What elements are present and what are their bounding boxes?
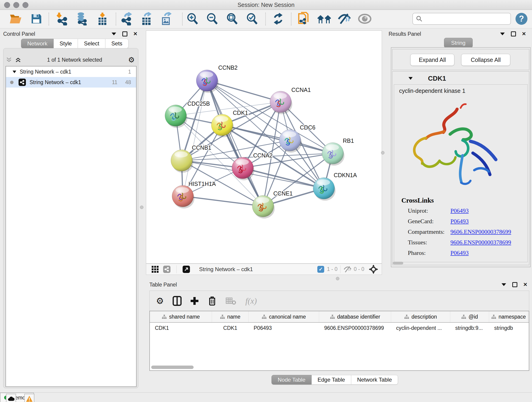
network-edge-ccnb2-ccne1[interactable] (207, 81, 263, 206)
tab-select[interactable]: Select (78, 39, 105, 48)
table-panel-title: Table Panel (149, 282, 177, 288)
tab-style[interactable]: Style (54, 39, 78, 48)
collection-expand-icon[interactable] (12, 70, 17, 73)
save-session-icon[interactable] (29, 12, 43, 26)
column-header-@id[interactable]: @id (450, 311, 489, 322)
network-edge-cdk1-rb1[interactable] (222, 125, 333, 153)
column-header-description[interactable]: description (391, 311, 450, 322)
crosslink-label: GeneCard: (408, 218, 434, 225)
title-bar: Session: New Session (0, 0, 532, 10)
network-node-cdkn1a[interactable]: CDKN1A (313, 172, 357, 201)
export-table-icon[interactable] (139, 12, 154, 26)
collapse-all-icon[interactable] (6, 57, 12, 62)
float-panel-icon[interactable] (111, 32, 116, 36)
crosslink-row: Pharos:P06493 (408, 249, 525, 260)
help-icon[interactable]: ? (514, 12, 529, 26)
table-row[interactable]: CDK1CDK1P064939606.ENSP00000378699cyclin… (150, 323, 529, 333)
crosslink-link[interactable]: 9606.ENSP00000378699 (450, 229, 511, 235)
column-header-canonical-name[interactable]: canonical name (249, 311, 319, 322)
maximize-panel-icon[interactable] (122, 32, 127, 36)
search-input[interactable] (423, 16, 508, 22)
graphics-details-icon[interactable] (358, 12, 372, 26)
refresh-icon[interactable] (271, 12, 285, 26)
tab-string[interactable]: String (444, 38, 473, 48)
table-options-gear-icon[interactable]: ⚙ (156, 297, 164, 305)
horizontal-splitter-handle[interactable] (336, 277, 339, 280)
first-neighbors-icon[interactable] (317, 12, 331, 26)
zoom-fit-icon[interactable] (225, 12, 239, 26)
export-image-icon[interactable] (159, 12, 173, 26)
network-node-cdc6[interactable]: CDC6 (279, 124, 316, 153)
import-table-file-icon[interactable] (95, 12, 109, 26)
gene-section-header[interactable]: CDK1 (392, 73, 529, 84)
crosslink-link[interactable]: P06493 (450, 249, 469, 256)
network-node-ccne1[interactable]: CCNE1 (252, 190, 293, 219)
table-horizontal-scrollbar[interactable] (151, 366, 194, 369)
float-panel-icon[interactable] (501, 283, 506, 286)
export-network-icon[interactable] (120, 12, 134, 26)
fit-selected-crosshair-icon[interactable] (369, 265, 378, 274)
crosslink-link[interactable]: 9606.ENSP00000378699 (450, 239, 511, 246)
new-network-from-selection-icon[interactable] (297, 12, 311, 26)
column-header-database-identifier[interactable]: database identifier (319, 311, 391, 322)
collapse-all-button[interactable]: Collapse All (461, 54, 510, 66)
crosslink-link[interactable]: P06493 (450, 218, 469, 225)
network-edge-hist1h1a-ccne1[interactable] (183, 196, 263, 206)
tab-network[interactable]: Network (21, 39, 54, 48)
import-network-database-icon[interactable] (75, 12, 89, 26)
network-canvas[interactable]: CCNB2CCNA1CDC25BCDK1CDC6RB1CCNB1CCNA2CDK… (146, 31, 382, 264)
network-type-badge-icon[interactable] (163, 266, 171, 273)
maximize-panel-icon[interactable] (512, 282, 517, 287)
vertical-splitter-handle[interactable] (140, 206, 143, 209)
results-splitter-handle[interactable] (381, 151, 385, 154)
float-panel-icon[interactable] (500, 32, 505, 36)
network-edge-ccnb2-hist1h1a[interactable] (183, 81, 207, 196)
column-header-shared-name[interactable]: shared name (150, 311, 212, 322)
expand-all-icon[interactable] (15, 57, 21, 62)
crosslink-link[interactable]: P06493 (450, 207, 469, 214)
network-collection-row[interactable]: String Network – cdk1 1 (6, 66, 136, 77)
network-node-ccna1[interactable]: CCNA1 (270, 87, 311, 114)
close-panel-icon[interactable]: ✕ (523, 282, 527, 287)
tab-sets[interactable]: Sets (105, 39, 128, 48)
show-columns-icon[interactable] (172, 296, 182, 306)
network-node-rb1[interactable]: RB1 (322, 138, 354, 166)
column-header-name[interactable]: name (212, 311, 249, 322)
search-box[interactable] (412, 13, 511, 25)
network-row[interactable]: String Network – cdk1 11 48 (6, 77, 136, 88)
results-horizontal-scrollbar[interactable] (393, 262, 403, 264)
network-node-ccnb2[interactable]: CCNB2 (196, 64, 238, 93)
control-panel-tabs: NetworkStyleSelectSets (21, 39, 128, 48)
tab-edge-table[interactable]: Edge Table (312, 375, 351, 385)
hide-selection-icon[interactable] (337, 12, 351, 26)
network-list: String Network – cdk1 1 String Network –… (6, 66, 137, 387)
node-label-cdc6: CDC6 (300, 124, 316, 131)
zoom-in-icon[interactable] (185, 12, 200, 26)
expand-all-button[interactable]: Expand All (410, 54, 454, 66)
tab-network-table[interactable]: Network Table (351, 375, 398, 385)
open-session-icon[interactable] (8, 12, 23, 26)
open-in-window-icon[interactable] (183, 266, 190, 273)
function-builder-icon[interactable]: f(x) (245, 296, 257, 306)
network-node-ccnb1[interactable]: CCNB1 (171, 144, 211, 173)
column-header-namespace[interactable]: namespace (489, 311, 528, 322)
zoom-out-icon[interactable] (205, 12, 219, 26)
hidden-eye-icon[interactable] (343, 266, 352, 273)
warning-status-button[interactable] (24, 394, 34, 402)
network-options-gear-icon[interactable]: ⚙ (128, 56, 135, 64)
tab-node-table[interactable]: Node Table (272, 375, 312, 385)
delete-column-icon[interactable] (208, 296, 216, 306)
selected-nodes-checkbox-icon[interactable]: ✓ (317, 266, 324, 273)
close-panel-icon[interactable]: ✕ (133, 32, 138, 36)
gene-collapse-icon[interactable] (408, 77, 413, 80)
delete-table-icon[interactable] (226, 297, 236, 305)
cloud-status-button[interactable] (6, 394, 16, 402)
create-column-icon[interactable] (190, 296, 199, 306)
import-network-file-icon[interactable] (55, 12, 69, 26)
network-node-hist1h1a[interactable]: HIST1H1A (172, 181, 216, 209)
close-panel-icon[interactable]: ✕ (522, 32, 526, 36)
birds-eye-grid-icon[interactable] (151, 265, 159, 273)
zoom-selected-icon[interactable] (245, 12, 259, 26)
network-node-cdk1[interactable]: CDK1 (211, 109, 248, 137)
maximize-panel-icon[interactable] (511, 32, 516, 36)
